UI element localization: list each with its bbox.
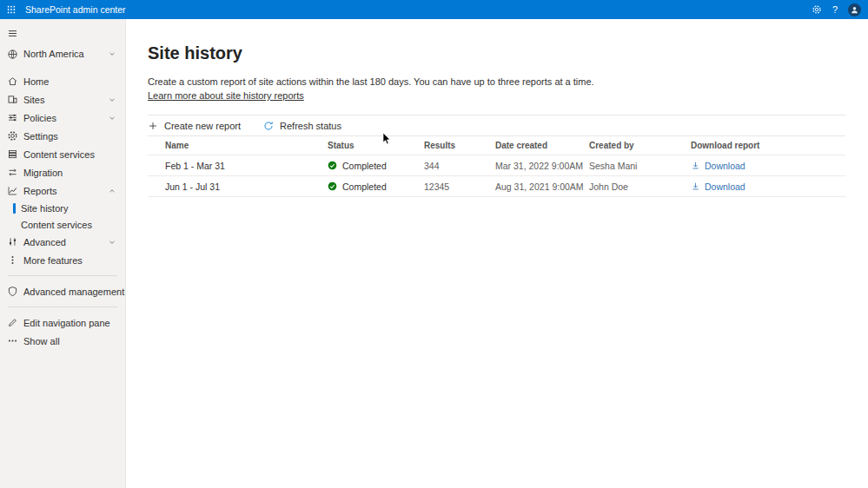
report-results: 12345: [424, 181, 495, 192]
sidebar-item-edit-navigation-pane[interactable]: Edit navigation pane: [0, 313, 125, 332]
sidebar-item-content-services[interactable]: Content services: [0, 145, 125, 163]
sidebar-item-label: Sites: [23, 95, 44, 105]
report-status: Completed: [328, 181, 424, 192]
hamburger-icon: [7, 28, 18, 39]
download-icon: [691, 161, 700, 170]
col-results[interactable]: Results: [424, 141, 495, 150]
migration-icon: [7, 167, 18, 178]
sidebar-item-settings[interactable]: Settings: [0, 127, 125, 145]
sidebar-item-label: Content services: [21, 220, 92, 230]
sidebar-item-advanced[interactable]: Advanced: [0, 233, 125, 251]
report-name: Jun 1 - Jul 31: [148, 181, 328, 192]
advanced-icon: [7, 236, 18, 247]
shield-icon: [7, 286, 18, 297]
person-icon: [850, 5, 859, 15]
sidebar-item-site-history[interactable]: Site history: [0, 200, 125, 216]
selected-indicator: [13, 203, 16, 214]
download-cell: Download: [691, 181, 845, 192]
sidebar-item-content-services-report[interactable]: Content services: [0, 216, 125, 233]
report-date-created: Aug 31, 2021 9:00AM: [495, 181, 589, 192]
sidebar-item-label: Reports: [23, 186, 57, 196]
app-launcher-button[interactable]: [0, 0, 23, 19]
settings-gear-icon[interactable]: [812, 4, 822, 15]
sidebar-item-advanced-management[interactable]: Advanced management: [0, 282, 125, 300]
reports-icon: [7, 185, 18, 196]
topbar: SharePoint admin center ?: [0, 0, 868, 19]
sidebar-item-label: Show all: [23, 336, 60, 346]
nav-collapse-button[interactable]: [0, 23, 125, 43]
waffle-icon: [6, 4, 17, 15]
create-new-report-label: Create new report: [164, 121, 241, 131]
completed-check-icon: [328, 161, 337, 170]
table-header: Name Status Results Date created Created…: [148, 136, 845, 155]
report-status: Completed: [328, 161, 424, 171]
sidebar-item-sites[interactable]: Sites: [0, 90, 125, 109]
sidebar-item-label: Settings: [23, 131, 58, 142]
report-created-by: Sesha Mani: [589, 161, 691, 171]
sidebar-item-label: Content services: [23, 149, 95, 160]
sidebar: North America Home Sites Policies Settin…: [0, 19, 126, 488]
sidebar-item-label: Home: [23, 76, 49, 87]
sidebar-item-home[interactable]: Home: [0, 72, 125, 90]
col-download-report[interactable]: Download report: [691, 141, 845, 150]
org-label: North America: [23, 49, 84, 59]
report-results: 344: [424, 161, 495, 171]
download-icon: [691, 181, 700, 191]
report-name: Feb 1 - Mar 31: [148, 161, 328, 171]
status-label: Completed: [342, 161, 387, 171]
more-features-icon: [7, 254, 18, 266]
reports-table: Name Status Results Date created Created…: [148, 136, 845, 197]
chevron-down-icon: [108, 96, 116, 104]
col-date-created[interactable]: Date created: [495, 141, 589, 150]
completed-check-icon: [328, 181, 337, 191]
status-label: Completed: [342, 181, 387, 192]
main-content: Site history Create a custom report of s…: [126, 19, 868, 488]
chevron-down-icon: [108, 114, 116, 122]
account-avatar[interactable]: [848, 3, 861, 16]
col-created-by[interactable]: Created by: [589, 141, 691, 150]
home-icon: [7, 76, 18, 87]
sidebar-divider: [8, 275, 117, 276]
page-title: Site history: [148, 43, 845, 63]
refresh-icon: [263, 121, 274, 131]
table-row[interactable]: Jun 1 - Jul 31 Completed 12345 Aug 31, 2…: [148, 176, 845, 197]
sidebar-item-reports[interactable]: Reports: [0, 181, 125, 200]
gear-icon: [7, 130, 18, 142]
pencil-icon: [7, 317, 18, 328]
sidebar-item-label: Advanced management: [23, 287, 124, 297]
help-button[interactable]: ?: [832, 5, 838, 15]
page-description: Create a custom report of site actions w…: [148, 76, 845, 87]
learn-more-link[interactable]: Learn more about site history reports: [148, 90, 304, 101]
create-new-report-button[interactable]: Create new report: [148, 121, 241, 131]
col-name[interactable]: Name: [148, 141, 328, 150]
download-cell: Download: [691, 161, 845, 171]
report-created-by: John Doe: [589, 181, 691, 192]
sidebar-item-label: Migration: [23, 168, 63, 178]
download-link[interactable]: Download: [705, 161, 745, 171]
sidebar-item-label: Policies: [23, 113, 56, 123]
sidebar-item-policies[interactable]: Policies: [0, 109, 125, 127]
refresh-status-button[interactable]: Refresh status: [263, 121, 341, 131]
globe-icon: [7, 49, 18, 60]
org-selector[interactable]: North America: [0, 43, 125, 64]
chevron-up-icon: [108, 187, 116, 195]
sites-icon: [7, 94, 18, 105]
sidebar-item-migration[interactable]: Migration: [0, 163, 125, 181]
sidebar-item-label: Site history: [21, 203, 68, 214]
sidebar-item-show-all[interactable]: Show all: [0, 332, 125, 350]
sidebar-item-more-features[interactable]: More features: [0, 251, 125, 269]
policies-icon: [7, 112, 18, 123]
table-row[interactable]: Feb 1 - Mar 31 Completed 344 Mar 31, 202…: [148, 155, 845, 176]
plus-icon: [148, 121, 158, 131]
app-title: SharePoint admin center: [25, 4, 126, 15]
chevron-down-icon: [108, 49, 116, 58]
download-link[interactable]: Download: [705, 181, 745, 192]
sidebar-item-label: More features: [23, 255, 83, 266]
report-date-created: Mar 31, 2022 9:00AM: [495, 161, 589, 171]
command-bar: Create new report Refresh status: [148, 115, 845, 136]
ellipsis-icon: [7, 335, 18, 346]
refresh-status-label: Refresh status: [280, 121, 341, 131]
chevron-down-icon: [108, 238, 116, 247]
sidebar-divider: [8, 307, 117, 307]
col-status[interactable]: Status: [328, 141, 424, 150]
